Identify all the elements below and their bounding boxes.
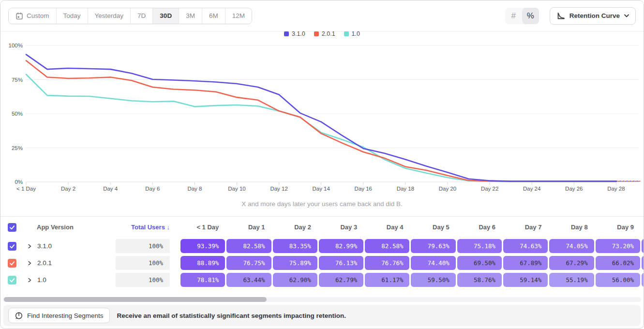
date-range-today[interactable]: Today [56, 8, 88, 24]
horizontal-scrollbar[interactable] [3, 297, 641, 302]
retention-cell[interactable]: 67.89% [503, 256, 548, 270]
retention-cell[interactable]: 74.40% [411, 256, 455, 270]
retention-cell[interactable]: 93.39% [180, 239, 225, 253]
row-name-col: 3.1.0 [20, 242, 116, 250]
footer-bar: Find Interesting Segments Receive an ema… [3, 305, 641, 326]
svg-text:Day 2: Day 2 [61, 186, 75, 192]
retention-cells: 93.39%82.58%83.35%82.99%82.58%79.63%75.1… [180, 239, 644, 253]
retention-cell[interactable]: 83.35% [273, 239, 317, 253]
row-checkbox[interactable] [8, 276, 16, 284]
day-column-header[interactable]: Day 5 [411, 224, 455, 231]
day-column-header[interactable]: Day 9 [596, 224, 640, 231]
expand-row-chevron[interactable] [27, 277, 33, 284]
day-column-header[interactable]: Day 6 [457, 224, 502, 231]
retention-cell[interactable]: 76.75% [226, 256, 271, 270]
retention-cell[interactable]: 75.89% [273, 256, 317, 270]
day-column-header[interactable]: Day 2 [273, 224, 317, 231]
svg-text:Day 8: Day 8 [187, 186, 202, 192]
app-version-header: App Version [20, 224, 116, 231]
retention-cell[interactable]: 73.20% [596, 239, 640, 253]
scrollbar-thumb[interactable] [4, 297, 267, 302]
retention-report: CustomTodayYesterday7D30D3M6M12M # % Ret… [0, 0, 644, 329]
retention-cell[interactable]: 69.50% [457, 256, 502, 270]
total-users-cell: 100% [116, 239, 170, 253]
date-range-label: Custom [27, 12, 49, 19]
retention-cell[interactable]: 76.76% [365, 256, 409, 270]
retention-table: App Version Total Users ↓ < 1 DayDay 1Da… [0, 216, 644, 288]
legend-swatch [314, 31, 319, 36]
app-version-value: 1.0 [37, 276, 46, 284]
retention-cell[interactable]: 61.17% [365, 273, 409, 287]
svg-text:Day 24: Day 24 [523, 186, 541, 192]
retention-cell-clipped[interactable] [642, 273, 644, 287]
day-column-header[interactable]: Day 8 [549, 224, 594, 231]
sort-descending-icon: ↓ [167, 224, 170, 231]
retention-cell[interactable]: 82.58% [226, 239, 271, 253]
retention-cell[interactable]: 63.44% [226, 273, 271, 287]
chevron-right-icon [27, 260, 32, 266]
retention-cell[interactable]: 62.90% [273, 273, 317, 287]
legend-swatch [284, 31, 289, 36]
date-range-yesterday[interactable]: Yesterday [88, 8, 131, 24]
retention-cell[interactable]: 59.50% [411, 273, 455, 287]
svg-text:75%: 75% [12, 77, 23, 83]
retention-cell[interactable]: 75.18% [457, 239, 502, 253]
row-checkbox[interactable] [8, 259, 16, 268]
legend-item-2.0.1[interactable]: 2.0.1 [314, 30, 335, 37]
number-format-button[interactable]: # [505, 8, 522, 24]
row-checkbox[interactable] [8, 242, 16, 251]
retention-cell[interactable]: 82.99% [319, 239, 363, 253]
retention-cell[interactable]: 67.29% [549, 256, 594, 270]
day-column-header[interactable]: Day 7 [503, 224, 548, 231]
retention-cell[interactable]: 58.76% [457, 273, 502, 287]
date-range-12m[interactable]: 12M [225, 8, 252, 24]
chart-legend: 3.1.02.0.11.0 [0, 30, 644, 37]
retention-cell[interactable]: 74.63% [503, 239, 548, 253]
legend-label: 1.0 [352, 30, 360, 37]
retention-cell-clipped[interactable] [642, 239, 644, 253]
retention-cell[interactable]: 74.05% [549, 239, 594, 253]
find-interesting-segments-label: Find Interesting Segments [27, 312, 104, 319]
svg-text:Day 20: Day 20 [439, 186, 456, 192]
chart-type-dropdown[interactable]: Retention Curve [550, 7, 636, 25]
row-name-col: 1.0 [20, 276, 116, 284]
svg-text:Day 26: Day 26 [565, 186, 583, 192]
date-range-6m[interactable]: 6M [202, 8, 225, 24]
retention-cell-clipped[interactable] [642, 256, 644, 270]
retention-cell[interactable]: 56.00% [596, 273, 640, 287]
day-column-header[interactable]: Day 3 [319, 224, 363, 231]
retention-cell[interactable]: 82.58% [365, 239, 409, 253]
find-interesting-segments-button[interactable]: Find Interesting Segments [8, 308, 110, 323]
expand-row-chevron[interactable] [27, 260, 33, 267]
percent-format-button[interactable]: % [522, 8, 539, 24]
day-column-header[interactable]: < 1 Day [180, 224, 225, 231]
app-version-value: 3.1.0 [37, 242, 52, 250]
svg-text:< 1 Day: < 1 Day [16, 186, 36, 192]
retention-cell[interactable]: 78.81% [180, 273, 225, 287]
expand-row-chevron[interactable] [27, 243, 33, 250]
retention-cell[interactable]: 66.02% [596, 256, 640, 270]
date-range-label: 30D [160, 12, 172, 19]
select-all-checkbox[interactable] [8, 223, 16, 232]
total-users-col: 100% [116, 256, 177, 270]
date-range-label: 3M [186, 12, 195, 19]
retention-cell[interactable]: 55.19% [549, 273, 594, 287]
retention-cells: 88.89%76.75%75.89%76.13%76.76%74.40%69.5… [180, 256, 644, 270]
svg-text:Day 10: Day 10 [228, 186, 245, 192]
date-range-3m[interactable]: 3M [179, 8, 202, 24]
retention-cell[interactable]: 79.63% [411, 239, 455, 253]
day-column-header[interactable]: Day 4 [365, 224, 409, 231]
retention-cell[interactable]: 88.89% [180, 256, 225, 270]
svg-text:Day 16: Day 16 [355, 186, 372, 192]
legend-item-1.0[interactable]: 1.0 [344, 30, 360, 37]
date-range-30d[interactable]: 30D [152, 8, 179, 24]
date-range-7d[interactable]: 7D [130, 8, 152, 24]
day-column-header[interactable]: Day 1 [226, 224, 271, 231]
retention-cell[interactable]: 62.79% [319, 273, 363, 287]
date-range-custom[interactable]: Custom [9, 8, 56, 24]
legend-item-3.1.0[interactable]: 3.1.0 [284, 30, 305, 37]
retention-cell[interactable]: 59.14% [503, 273, 548, 287]
retention-cell[interactable]: 76.13% [319, 256, 363, 270]
total-users-sort-header[interactable]: Total Users ↓ [116, 224, 177, 231]
chart-type-label: Retention Curve [569, 12, 620, 19]
